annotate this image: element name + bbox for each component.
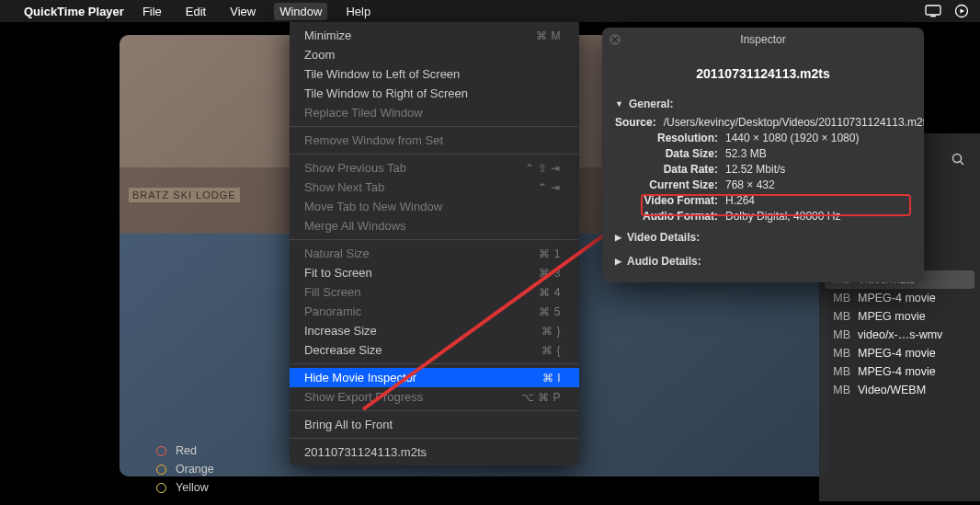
file-kind: video/x-…s-wmv [858, 328, 969, 341]
finder-row[interactable]: MBMPEG-4 movie [819, 289, 980, 307]
svg-line-4 [961, 162, 964, 166]
menu-file[interactable]: File [137, 3, 167, 20]
general-disclosure[interactable]: ▼ General: [615, 94, 911, 114]
menubar-extras [925, 4, 969, 18]
finder-row[interactable]: MBMPEG movie [819, 307, 980, 326]
menu-item-label: Merge All Windows [304, 219, 406, 233]
menu-item-label: Show Previous Tab [304, 161, 406, 175]
display-icon[interactable] [925, 5, 941, 17]
menu-item-label: 20110731124113.m2ts [304, 445, 427, 459]
menu-item[interactable]: Tile Window to Left of Screen [290, 64, 579, 84]
menu-item-label: Minimize [304, 29, 351, 42]
menu-item-shortcut: ⌘ } [541, 325, 561, 338]
tag-color-icon [156, 446, 166, 456]
menu-item: Show Next Tab⌃ ⇥ [290, 178, 579, 197]
inspector-kv-row: Resolution:1440 × 1080 (1920 × 1080) [615, 130, 911, 145]
general-heading: General: [629, 98, 674, 110]
inspector-kv-row: Data Rate:12.52 Mbit/s [615, 161, 911, 177]
menu-item: Natural Size⌘ 1 [290, 244, 579, 263]
menu-view[interactable]: View [224, 3, 261, 20]
menu-help[interactable]: Help [340, 3, 376, 20]
menu-window[interactable]: Window [274, 3, 327, 20]
search-icon[interactable] [951, 152, 965, 169]
finder-row[interactable]: MBVideo/WEBM [819, 381, 980, 399]
svg-point-3 [953, 155, 962, 163]
tag-item[interactable]: Orange [147, 460, 276, 478]
menu-separator [290, 126, 579, 127]
menu-item-label: Bring All to Front [304, 418, 393, 431]
menu-item: Show Previous Tab⌃ ⇧ ⇥ [290, 158, 579, 178]
chevron-down-icon: ▼ [615, 99, 623, 109]
video-details-disclosure[interactable]: ▶ Video Details: [615, 227, 911, 247]
file-size: MB [825, 310, 850, 323]
inspector-audio-details-section: ▶ Audio Details: [602, 251, 924, 282]
chevron-right-icon: ▶ [615, 233, 621, 242]
inspector-titlebar[interactable]: Inspector [602, 28, 924, 52]
inspector-kv-row: Current Size:768 × 432 [615, 177, 911, 192]
inspector-kv-row: Audio Format:Dolby Digital, 48000 Hz [615, 208, 911, 224]
inspector-key: Current Size: [615, 178, 725, 191]
menu-item: Fill Screen⌘ 4 [290, 282, 579, 302]
menu-item-label: Replace Tiled Window [304, 106, 423, 120]
app-name[interactable]: QuickTime Player [24, 5, 124, 18]
menu-item-label: Remove Window from Set [304, 133, 443, 147]
file-size: MB [825, 292, 850, 304]
tag-label: Orange [176, 463, 214, 476]
tag-item[interactable]: Red [147, 442, 276, 460]
tag-sidebar: RedOrangeYellow [147, 442, 276, 497]
menu-item-label: Show Export Progress [304, 390, 423, 404]
inspector-general-section: ▼ General: Source:/Users/kevincy/Desktop… [602, 94, 924, 227]
menu-separator [290, 239, 579, 240]
file-size: MB [825, 347, 850, 360]
menu-item: Show Export Progress⌥ ⌘ P [290, 387, 579, 407]
audio-details-disclosure[interactable]: ▶ Audio Details: [615, 251, 911, 271]
menu-item: Move Tab to New Window [290, 197, 579, 216]
menu-item-shortcut: ⌥ ⌘ P [521, 391, 561, 404]
menu-item[interactable]: Tile Window to Right of Screen [290, 84, 579, 103]
menu-item[interactable]: Fit to Screen⌘ 3 [290, 263, 579, 282]
menu-edit[interactable]: Edit [180, 3, 211, 20]
menu-separator [290, 363, 579, 364]
inspector-value: 12.52 Mbit/s [725, 163, 911, 176]
menu-item-label: Fill Screen [304, 285, 360, 299]
menu-item[interactable]: Hide Movie Inspector⌘ I [290, 368, 579, 387]
menu-item: Remove Window from Set [290, 131, 579, 150]
menu-item-label: Natural Size [304, 247, 370, 260]
file-kind: Video/WEBM [858, 384, 969, 396]
file-size: MB [825, 365, 850, 378]
close-icon[interactable] [610, 34, 621, 45]
menu-item[interactable]: Bring All to Front [290, 415, 579, 434]
menu-item-shortcut: ⌘ I [542, 372, 561, 384]
file-kind: MPEG-4 movie [858, 292, 969, 304]
menu-item-shortcut: ⌘ 3 [539, 267, 561, 280]
menu-item-label: Panoramic [304, 304, 361, 318]
finder-row[interactable]: MBMPEG-4 movie [819, 344, 980, 362]
svg-rect-1 [930, 16, 936, 17]
inspector-value: 1440 × 1080 (1920 × 1080) [725, 132, 911, 144]
menu-item-shortcut: ⌘ 1 [539, 247, 561, 260]
menu-item[interactable]: Decrease Size⌘ { [290, 340, 579, 360]
video-scene-label: BRATZ SKI LODGE [129, 188, 240, 202]
menu-item: Merge All Windows [290, 216, 579, 235]
file-kind: MPEG-4 movie [858, 347, 969, 360]
inspector-value: 52.3 MB [725, 147, 911, 160]
menu-item[interactable]: Minimize⌘ M [290, 26, 579, 45]
tag-color-icon [156, 483, 166, 493]
audio-details-heading: Audio Details: [627, 255, 701, 268]
inspector-kv-row: Data Size:52.3 MB [615, 145, 911, 161]
menu-separator [290, 410, 579, 411]
menu-item[interactable]: 20110731124113.m2ts [290, 442, 579, 462]
menu-item-shortcut: ⌘ M [536, 29, 561, 42]
menu-item-shortcut: ⌃ ⇥ [538, 181, 561, 194]
tag-item[interactable]: Yellow [147, 478, 276, 497]
finder-row[interactable]: MBMPEG-4 movie [819, 362, 980, 381]
inspector-key: Video Format: [615, 194, 725, 207]
inspector-key: Data Rate: [615, 163, 725, 176]
play-circle-icon[interactable] [954, 4, 969, 18]
menu-item-label: Fit to Screen [304, 266, 372, 280]
finder-row[interactable]: MBvideo/x-…s-wmv [819, 326, 980, 344]
menu-item[interactable]: Zoom [290, 45, 579, 64]
menu-item[interactable]: Increase Size⌘ } [290, 321, 579, 340]
inspector-key: Data Size: [615, 147, 725, 160]
menu-item-label: Decrease Size [304, 343, 382, 357]
